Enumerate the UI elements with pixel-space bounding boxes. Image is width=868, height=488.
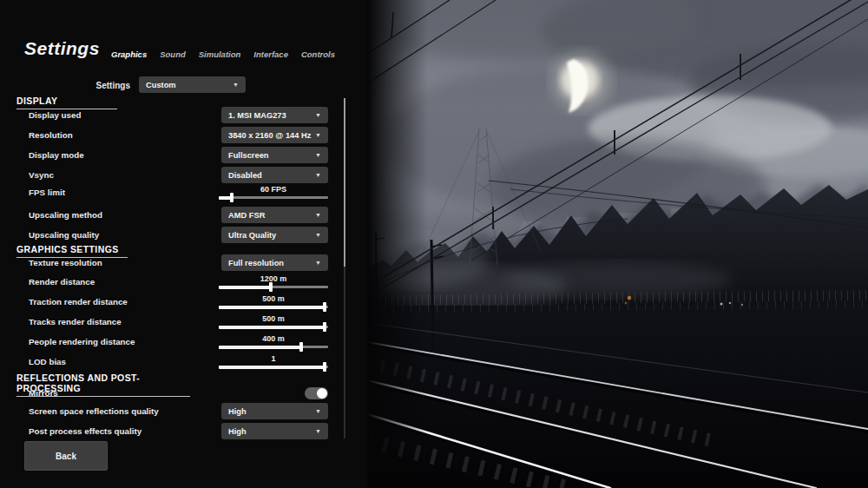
- fps-limit-value: 60 FPS: [219, 185, 328, 195]
- row-ssr-quality: Screen space reflections quality High ▼: [29, 403, 328, 419]
- texture-resolution-label: Texture resolution: [29, 258, 102, 267]
- texture-resolution-value: Full resolution: [228, 259, 284, 267]
- row-upscaling-method: Upscaling method AMD FSR ▼: [29, 207, 328, 223]
- panel-scrollbar[interactable]: [344, 98, 345, 439]
- post-process-quality-label: Post process effects quality: [29, 426, 141, 436]
- upscaling-quality-value: Ultra Quality: [228, 231, 276, 240]
- render-distance-slider: 1200 m: [219, 274, 328, 288]
- game-scene: [367, 0, 868, 488]
- upscaling-quality-dropdown[interactable]: Ultra Quality ▼: [221, 227, 328, 243]
- people-rendering-distance-value: 400 m: [219, 334, 328, 344]
- row-post-process-quality: Post process effects quality High ▼: [29, 423, 328, 439]
- preset-label: Settings: [52, 81, 130, 90]
- row-lod-bias: LOD bias 1: [29, 352, 328, 371]
- display-mode-value: Fullscreen: [228, 151, 269, 160]
- row-render-distance: Render distance 1200 m: [29, 272, 328, 291]
- fps-limit-slider: 60 FPS: [219, 185, 328, 199]
- lod-bias-slider: 1: [219, 354, 328, 368]
- render-distance-label: Render distance: [29, 277, 95, 287]
- preset-dropdown[interactable]: Custom ▼: [139, 76, 246, 93]
- tab-controls[interactable]: Controls: [301, 49, 335, 59]
- row-mirrors: Mirrors: [29, 385, 328, 401]
- chevron-down-icon: ▼: [315, 260, 321, 266]
- render-distance-value: 1200 m: [219, 274, 328, 284]
- chevron-down-icon: ▼: [315, 112, 321, 118]
- tab-interface[interactable]: Interface: [253, 49, 288, 59]
- post-process-quality-dropdown[interactable]: High ▼: [221, 423, 328, 439]
- row-people-rendering-distance: People rendering distance 400 m: [29, 332, 328, 351]
- fps-limit-handle[interactable]: [230, 193, 233, 202]
- row-vsync: Vsync Disabled ▼: [29, 167, 328, 183]
- ssr-quality-label: Screen space reflections quality: [29, 406, 159, 416]
- chevron-down-icon: ▼: [315, 408, 321, 414]
- back-button[interactable]: Back: [24, 441, 108, 471]
- traction-render-distance-handle[interactable]: [323, 302, 326, 312]
- resolution-label: Resolution: [29, 130, 73, 140]
- tracks-render-distance-track[interactable]: [219, 326, 328, 328]
- chevron-down-icon: ▼: [315, 152, 321, 158]
- upscaling-method-dropdown[interactable]: AMD FSR ▼: [221, 207, 328, 223]
- lod-bias-label: LOD bias: [29, 357, 66, 366]
- traction-render-distance-slider: 500 m: [219, 294, 328, 308]
- tab-simulation[interactable]: Simulation: [199, 49, 241, 59]
- chevron-down-icon: ▼: [233, 82, 239, 88]
- ssr-quality-dropdown[interactable]: High ▼: [221, 403, 328, 419]
- chevron-down-icon: ▼: [315, 132, 321, 138]
- lod-bias-track[interactable]: [219, 366, 328, 368]
- lod-bias-value: 1: [219, 354, 328, 364]
- upscaling-quality-label: Upscaling quality: [29, 230, 99, 240]
- lod-bias-handle[interactable]: [323, 362, 326, 372]
- settings-tabs: Graphics Sound Simulation Interface Cont…: [111, 49, 335, 59]
- panel-scrollbar-thumb[interactable]: [344, 98, 345, 267]
- display-mode-dropdown[interactable]: Fullscreen ▼: [221, 147, 328, 163]
- tab-graphics[interactable]: Graphics: [111, 49, 147, 59]
- row-display-mode: Display mode Fullscreen ▼: [29, 147, 328, 163]
- people-rendering-distance-track[interactable]: [219, 346, 328, 348]
- render-distance-track[interactable]: [219, 286, 328, 288]
- display-mode-label: Display mode: [29, 150, 84, 160]
- post-process-quality-value: High: [228, 427, 247, 436]
- upscaling-method-label: Upscaling method: [29, 210, 102, 220]
- chevron-down-icon: ▼: [315, 172, 321, 178]
- row-resolution: Resolution 3840 x 2160 @ 144 Hz ▼: [29, 127, 328, 143]
- display-used-value: 1. MSI MAG273: [228, 111, 286, 120]
- tracks-render-distance-value: 500 m: [219, 314, 328, 324]
- fps-limit-track[interactable]: [219, 196, 328, 199]
- display-used-dropdown[interactable]: 1. MSI MAG273 ▼: [221, 107, 328, 123]
- page-title: Settings: [24, 38, 100, 59]
- texture-resolution-dropdown[interactable]: Full resolution ▼: [221, 254, 328, 271]
- vsync-label: Vsync: [29, 170, 54, 180]
- fps-limit-label: FPS limit: [29, 188, 65, 197]
- chevron-down-icon: ▼: [315, 232, 321, 238]
- resolution-value: 3840 x 2160 @ 144 Hz: [228, 131, 311, 140]
- mirrors-toggle[interactable]: [305, 387, 328, 399]
- people-rendering-distance-handle[interactable]: [299, 342, 303, 352]
- people-rendering-distance-label: People rendering distance: [29, 337, 135, 346]
- preset-value: Custom: [146, 81, 176, 89]
- chevron-down-icon: ▼: [315, 212, 321, 218]
- ssr-quality-value: High: [228, 407, 247, 416]
- tracks-render-distance-label: Tracks render distance: [29, 317, 122, 326]
- mirrors-label: Mirrors: [29, 388, 58, 398]
- vsync-dropdown[interactable]: Disabled ▼: [221, 167, 328, 183]
- row-tracks-render-distance: Tracks render distance 500 m: [29, 312, 328, 331]
- settings-panel: Settings Graphics Sound Simulation Inter…: [0, 0, 367, 488]
- render-distance-handle[interactable]: [269, 282, 273, 292]
- traction-render-distance-label: Traction render distance: [29, 297, 128, 307]
- toggle-knob: [317, 388, 327, 399]
- left-fade: [367, 0, 428, 488]
- upscaling-method-value: AMD FSR: [228, 211, 265, 220]
- row-traction-render-distance: Traction render distance 500 m: [29, 292, 328, 311]
- row-fps-limit: FPS limit 60 FPS: [29, 182, 328, 201]
- settings-screen: Settings Graphics Sound Simulation Inter…: [0, 0, 868, 488]
- traction-render-distance-value: 500 m: [219, 294, 328, 304]
- resolution-dropdown[interactable]: 3840 x 2160 @ 144 Hz ▼: [221, 127, 328, 143]
- vsync-value: Disabled: [228, 171, 262, 180]
- traction-render-distance-track[interactable]: [219, 306, 328, 308]
- tab-sound[interactable]: Sound: [160, 49, 186, 59]
- display-used-label: Display used: [29, 110, 81, 120]
- row-upscaling-quality: Upscaling quality Ultra Quality ▼: [29, 227, 328, 243]
- chevron-down-icon: ▼: [315, 428, 321, 434]
- people-rendering-distance-slider: 400 m: [219, 334, 328, 348]
- tracks-render-distance-handle[interactable]: [323, 322, 326, 332]
